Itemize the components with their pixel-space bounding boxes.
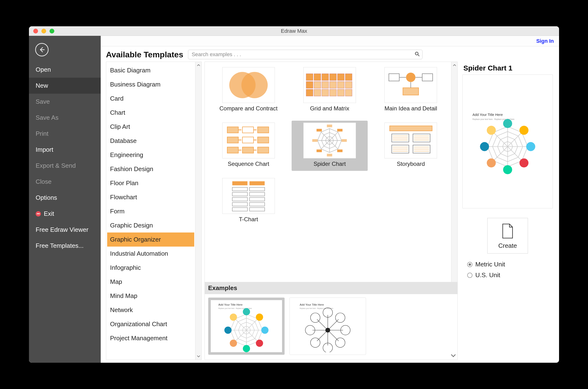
sidebar-item-save[interactable]: Save — [29, 94, 101, 110]
svg-rect-35 — [227, 147, 238, 153]
sidebar-item-export-send[interactable]: Export & Send — [29, 158, 101, 174]
svg-rect-18 — [322, 89, 329, 96]
svg-rect-56 — [317, 129, 322, 131]
svg-point-97 — [261, 327, 268, 334]
sidebar-item-import[interactable]: Import — [29, 142, 101, 158]
arrow-left-icon — [38, 46, 45, 53]
category-item[interactable]: Organizational Chart — [107, 317, 194, 331]
sidebar-item-close[interactable]: Close — [29, 174, 101, 190]
category-list[interactable]: Basic DiagramBusiness DiagramCardChartCl… — [106, 62, 195, 360]
scroll-up-icon[interactable] — [196, 63, 201, 68]
create-button[interactable]: Create — [487, 218, 528, 254]
svg-point-0 — [415, 52, 418, 55]
svg-rect-76 — [232, 192, 247, 196]
svg-rect-8 — [337, 74, 344, 80]
search-input[interactable] — [188, 50, 422, 59]
category-item[interactable]: Engineering — [107, 148, 194, 162]
examples-scroll-down-icon[interactable] — [451, 353, 456, 358]
category-item[interactable]: Fashion Design — [107, 162, 194, 176]
svg-rect-54 — [312, 139, 318, 142]
sidebar-item-label: Exit — [44, 210, 54, 217]
category-item[interactable]: Map — [107, 275, 194, 289]
template-label: Main Idea and Detail — [384, 105, 437, 112]
svg-rect-83 — [250, 197, 265, 201]
sidebar-item-new[interactable]: New — [29, 78, 101, 94]
template-card[interactable]: Compare and Contract — [211, 65, 286, 115]
category-item[interactable]: Basic Diagram — [107, 63, 194, 77]
template-card[interactable]: Sequence Chart — [211, 121, 286, 171]
sidebar-item-label: Import — [36, 146, 53, 153]
category-item[interactable]: Business Diagram — [107, 77, 194, 92]
svg-point-134 — [503, 119, 512, 128]
sidebar-item-print[interactable]: Print — [29, 126, 101, 142]
example-card[interactable]: Add Your Title HereReplace your text her… — [290, 297, 366, 355]
main-area: Sign In Available Templates Basic Diagra… — [101, 36, 559, 363]
category-item[interactable]: Graphic Organizer — [107, 232, 194, 247]
category-item[interactable]: Infographic — [107, 261, 194, 275]
unit-us-radio[interactable]: U.S. Unit — [462, 269, 553, 280]
sidebar-item-label: Export & Send — [36, 162, 76, 169]
category-item[interactable]: Form — [107, 204, 194, 218]
svg-rect-29 — [227, 127, 238, 133]
category-item[interactable]: Project Management — [107, 331, 194, 345]
app-window: Edraw Max OpenNewSaveSave AsPrintImportE… — [29, 26, 559, 363]
category-item[interactable]: Flowchart — [107, 190, 194, 204]
template-card[interactable]: Grid and Matrix — [292, 65, 368, 115]
window-title: Edraw Max — [29, 28, 559, 34]
template-card[interactable]: Main Idea and Detail — [373, 65, 449, 115]
svg-rect-13 — [330, 81, 336, 88]
svg-point-107 — [230, 314, 237, 321]
sidebar-item-label: Open — [36, 66, 51, 73]
category-item[interactable]: Mind Map — [107, 289, 194, 303]
template-card[interactable]: Spider Chart — [292, 121, 368, 171]
sidebar-item-save-as[interactable]: Save As — [29, 110, 101, 126]
svg-point-144 — [487, 158, 496, 167]
sidebar-item-free-edraw-viewer[interactable]: Free Edraw Viewer — [29, 222, 101, 238]
svg-rect-7 — [330, 74, 336, 80]
scroll-up-icon[interactable] — [452, 63, 457, 68]
svg-rect-81 — [250, 187, 265, 191]
sign-in-link[interactable]: Sign In — [536, 38, 554, 44]
category-item[interactable]: Industrial Automation — [107, 247, 194, 261]
template-card[interactable]: Storyboard — [373, 121, 449, 171]
template-label: Storyboard — [397, 160, 425, 167]
sidebar-item-label: Close — [36, 178, 51, 185]
svg-rect-12 — [322, 81, 329, 88]
category-item[interactable]: Clip Art — [107, 120, 194, 134]
svg-rect-4 — [306, 74, 313, 80]
category-item[interactable]: Graphic Design — [107, 218, 194, 232]
category-item[interactable]: Card — [107, 92, 194, 106]
category-item[interactable]: Floor Plan — [107, 176, 194, 190]
svg-rect-36 — [242, 147, 254, 153]
titlebar: Edraw Max — [29, 26, 559, 36]
back-button[interactable] — [35, 43, 49, 56]
sidebar-item-exit[interactable]: Exit — [29, 206, 101, 222]
template-card[interactable]: T-Chart — [211, 176, 286, 226]
category-item[interactable]: Network — [107, 303, 194, 317]
example-card[interactable]: Add Your Title HereReplace your text her… — [208, 297, 285, 355]
sidebar-item-options[interactable]: Options — [29, 190, 101, 206]
unit-metric-radio[interactable]: Metric Unit — [462, 258, 553, 269]
category-item[interactable]: Database — [107, 134, 194, 148]
search-icon[interactable] — [414, 51, 420, 58]
svg-line-1 — [418, 55, 419, 56]
scroll-down-icon[interactable] — [196, 354, 201, 359]
category-scrollbar[interactable] — [195, 62, 201, 360]
svg-point-140 — [519, 158, 528, 167]
svg-line-43 — [330, 132, 338, 140]
svg-rect-22 — [389, 74, 400, 81]
svg-rect-14 — [337, 81, 344, 88]
search-box — [188, 50, 422, 59]
svg-rect-34 — [258, 137, 269, 143]
svg-rect-10 — [306, 81, 313, 88]
svg-rect-33 — [242, 137, 254, 143]
sidebar-item-free-templates-[interactable]: Free Templates... — [29, 238, 101, 254]
category-item[interactable]: Chart — [107, 106, 194, 120]
svg-rect-11 — [314, 81, 321, 88]
sidebar-item-open[interactable]: Open — [29, 62, 101, 78]
sidebar-item-label: Options — [36, 194, 57, 201]
svg-rect-46 — [342, 139, 347, 142]
category-panel: Basic DiagramBusiness DiagramCardChartCl… — [106, 62, 202, 360]
svg-text:Add Your Title Here: Add Your Title Here — [300, 303, 324, 306]
templates-scrollbar[interactable] — [451, 62, 457, 282]
